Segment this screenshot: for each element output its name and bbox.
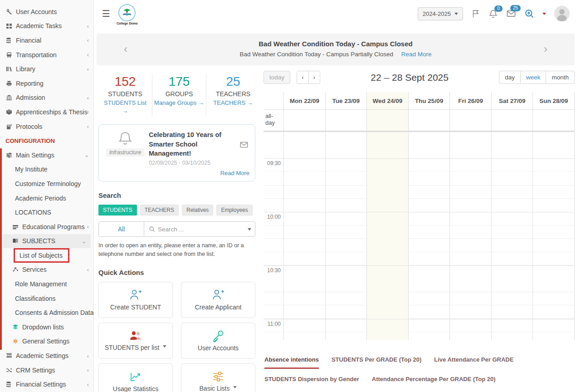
stat-teachers: 25 TEACHERS TEACHERS → [206,74,260,116]
search-input[interactable] [158,226,245,233]
tab-live-attendance-per-grade[interactable]: Live Attendance Per GRADE [434,356,513,369]
sidebar-item-general-settings[interactable]: General Settings [0,334,93,349]
manage-groups-link[interactable]: Manage Groups → [154,99,204,107]
sidebar-item-dropdown-lists[interactable]: Dropdown lists [0,320,93,334]
day-column[interactable] [408,132,450,340]
sidebar-item-my-institute[interactable]: My Institute [0,162,93,177]
day-header-tue[interactable]: Tue 23/09 [325,92,367,109]
all-day-cell-today[interactable] [366,110,408,131]
all-day-cell[interactable] [491,110,533,131]
day-header-sun[interactable]: Sun 28/09 [532,92,575,109]
sidebar-item-subjects[interactable]: SUBJECTS [3,234,91,249]
sidebar-item-financial[interactable]: Financial [0,33,93,48]
announcement-card[interactable]: Infrastructure Celebrating 10 Years of S… [98,124,255,181]
sidebar-item-label: Academic Tasks [16,22,62,29]
create-student-button[interactable]: Create STUDENT [98,282,173,318]
banner-prev-icon[interactable]: ‹ [124,44,127,54]
day-column-today[interactable] [366,132,408,340]
view-week-button[interactable]: week [521,71,547,84]
tab-relatives[interactable]: Relatives [182,205,213,216]
time-grid[interactable]: 09:30 10:00 10:30 11:00 [264,132,575,340]
day-column[interactable] [325,132,367,340]
tab-attendance-percentage-per-grade[interactable]: Attendance Percentage Per GRADE (Top 20) [372,376,496,387]
all-day-cell[interactable] [325,110,367,131]
tab-absence-intentions[interactable]: Absence intentions [264,356,319,369]
view-day-button[interactable]: day [499,71,521,84]
view-month-button[interactable]: month [546,71,575,84]
sidebar-item-classifications[interactable]: Classifications [0,291,93,306]
usage-statistics-button[interactable]: Usage Statistics [98,363,173,392]
basic-lists-button[interactable]: Basic Lists [181,363,255,392]
app-logo[interactable]: College Demo [117,4,138,25]
day-column[interactable] [449,132,491,340]
shuffle-icon [5,367,14,373]
sidebar-item-academic-tasks[interactable]: Academic Tasks [0,19,93,34]
sidebar-item-consents-admission-data[interactable]: Consents & Admission Data [0,305,93,320]
sidebar-item-locations[interactable]: LOCATIONS [0,205,93,220]
all-day-cell[interactable] [449,110,491,131]
search-scope-all-button[interactable]: All [99,222,144,236]
sidebar-item-label: Dropdown lists [22,323,64,331]
sidebar-item-crm-settings[interactable]: CRM Settings [0,363,93,377]
day-header-sat[interactable]: Sat 27/09 [491,92,533,109]
flag-icon[interactable] [471,9,480,18]
today-button[interactable]: today [264,71,290,84]
sidebar-item-reporting[interactable]: Reporting [0,76,93,91]
user-accounts-button[interactable]: User Accounts [181,323,255,359]
sidebar-item-label: Apprenticeships & Thesis [16,108,88,116]
tab-employees[interactable]: Employees [216,205,252,216]
messages-envelope-icon[interactable]: 25 [506,9,516,19]
tab-students-per-grade[interactable]: STUDENTS Per GRADE (Top 20) [332,356,421,369]
sidebar-item-list-of-subjects[interactable]: List of Subjects [0,248,93,263]
sidebar-item-academic-settings[interactable]: Academic Settings [0,348,93,363]
search-heading: Search [98,191,255,199]
prev-week-button[interactable]: ‹ [297,71,309,84]
calendar-view-group: day week month [499,71,575,84]
user-menu-caret-icon[interactable] [542,13,546,15]
day-header-thu[interactable]: Thu 25/09 [408,92,450,109]
caret-down-icon[interactable] [248,228,251,230]
notifications-bell-icon[interactable]: 0 [488,9,498,19]
hamburger-menu-icon[interactable]: ☰ [102,8,110,19]
tab-students[interactable]: STUDENTS [98,205,137,216]
sidebar-item-services[interactable]: Services [0,263,93,277]
sidebar-item-apprenticeships-thesis[interactable]: Apprenticeships & Thesis [0,105,93,119]
sidebar-item-transportation[interactable]: Transportation [0,48,93,62]
create-applicant-button[interactable]: Create Applicant [181,282,255,318]
avatar[interactable] [554,6,570,21]
sidebar-item-admission[interactable]: Admission [0,91,93,105]
sidebar-item-academic-periods[interactable]: Academic Periods [0,191,93,206]
sidebar-item-user-accounts[interactable]: User Accounts [0,5,93,19]
students-list-link[interactable]: STUDENTS List → [100,99,150,115]
all-day-cell[interactable] [283,110,325,131]
sidebar-item-library[interactable]: Library [0,62,93,76]
caret-down-icon [233,386,237,388]
teachers-link[interactable]: TEACHERS → [208,99,258,107]
banner-next-icon[interactable]: › [544,44,547,54]
banner-read-more-link[interactable]: Read More [401,51,432,58]
all-day-cell[interactable] [408,110,450,131]
sidebar-item-protocols[interactable]: Protocols [0,119,93,134]
sidebar-item-financial-settings[interactable]: Financial Settings [0,377,93,392]
academic-year-selector[interactable]: 2024-2025 [418,7,463,20]
tab-teachers[interactable]: TEACHERS [140,205,179,216]
quick-action-label: Create Applicant [195,304,242,311]
day-header-mon[interactable]: Mon 22/09 [283,92,325,109]
day-column[interactable] [283,132,325,340]
sidebar-item-educational-programs[interactable]: Educational Programs [0,220,93,234]
day-column[interactable] [491,132,533,340]
sidebar-item-label: Financial [16,37,41,44]
sidebar-item-role-management[interactable]: Role Management [0,277,93,291]
zoom-in-icon[interactable] [524,9,534,19]
day-column[interactable] [532,132,575,340]
sidebar-item-main-settings[interactable]: Main Settings [0,148,93,162]
day-header-wed-today[interactable]: Wed 24/09 [366,92,408,109]
students-per-list-button[interactable]: STUDENTS per list [98,323,173,359]
next-week-button[interactable]: › [309,71,321,84]
day-header-fri[interactable]: Fri 26/09 [449,92,491,109]
all-day-cell[interactable] [532,110,575,131]
sidebar-item-customize-terminology[interactable]: Customize Terminology [0,176,93,191]
tab-students-dispersion-by-gender[interactable]: STUDENTS Dispersion by Gender [264,376,359,387]
announcement-read-more-link[interactable]: Read More [149,170,249,176]
time-slot-line [264,265,575,266]
